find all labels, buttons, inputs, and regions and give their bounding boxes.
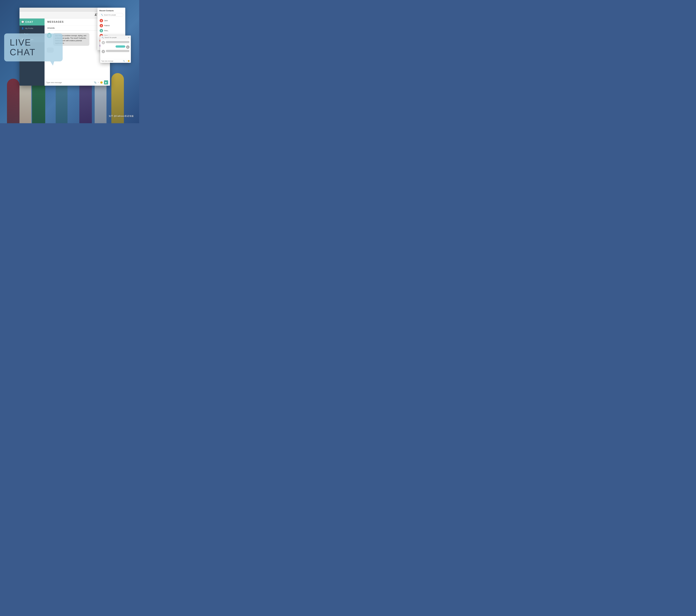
popup-emoji-icon[interactable]: 😊 [128, 60, 130, 62]
popup-messages [100, 40, 131, 59]
svg-point-6 [101, 30, 102, 31]
sidebar-logo: 💬 CHAT [19, 18, 45, 26]
contacts-title: Recent Contacts [99, 10, 123, 12]
contact-name-jane: Jane [104, 20, 108, 21]
popup-bubble-right [115, 45, 125, 48]
svg-point-4 [101, 20, 102, 21]
chat-popup: 🔍 ✕ 📎 + 😊 [100, 35, 131, 63]
popup-avatar-1 [101, 41, 105, 44]
send-button[interactable]: ▶ [104, 80, 108, 84]
contacts-search-input[interactable] [104, 14, 122, 16]
add-icon[interactable]: + [98, 81, 99, 84]
contact-ama[interactable]: Ama... [99, 28, 123, 33]
popup-avatar-2 [101, 50, 105, 53]
bubble-shape: LIVE CHAT [4, 33, 63, 61]
contacts-search-icon: 🔍 [101, 14, 103, 16]
contact-name-ama: Ama... [104, 30, 109, 32]
popup-message-row-right [101, 45, 129, 49]
titlebar: ✕ [19, 7, 110, 12]
contact-avatar-jane [100, 19, 103, 22]
sidebar-item-profile[interactable]: 👤 My Profile [19, 26, 45, 31]
emoji-icon[interactable]: 😊 [100, 81, 103, 84]
contact-avatar-pattrick [100, 24, 103, 27]
contacts-search-bar[interactable]: 🔍 [99, 13, 123, 17]
svg-point-0 [95, 14, 96, 15]
live-chat-text: LIVE CHAT [10, 37, 57, 57]
chat-logo-icon: 💬 [21, 20, 24, 23]
watermark: 知乎 @Callnovo客诺海服 [109, 115, 133, 118]
contact-name-pattrick: Pattrick [104, 25, 110, 27]
svg-point-12 [103, 51, 104, 51]
popup-avatar-right [126, 45, 129, 49]
watermark-text: 知乎 @Callnovo客诺海服 [109, 115, 133, 117]
profile-icon: 👤 [21, 27, 24, 29]
chat-header: ! ! [19, 12, 110, 18]
popup-message-row-1 [101, 41, 129, 44]
svg-point-11 [127, 47, 128, 47]
svg-point-5 [101, 25, 102, 26]
contact-pattrick[interactable]: Pattrick [99, 23, 123, 28]
sidebar-item-profile-label: My Profile [25, 27, 33, 29]
popup-add-icon[interactable]: + [126, 60, 127, 62]
add-user-button[interactable] [94, 13, 97, 17]
message-input[interactable] [46, 81, 93, 83]
attachment-icon[interactable]: 📎 [94, 81, 97, 84]
popup-header: 🔍 ✕ [100, 35, 131, 40]
popup-bubble-1 [106, 41, 129, 43]
popup-attachment-icon[interactable]: 📎 [123, 60, 125, 62]
popup-close-button[interactable]: ✕ [128, 36, 129, 38]
popup-input-bar: 📎 + 😊 [100, 59, 131, 63]
popup-bubble-2 [106, 50, 129, 52]
popup-search-input[interactable] [105, 37, 124, 38]
popup-message-input[interactable] [101, 60, 122, 62]
live-chat-bubble: LIVE CHAT [4, 33, 63, 61]
svg-point-10 [103, 42, 104, 43]
popup-search-bar[interactable]: 🔍 [101, 36, 128, 38]
contact-jane[interactable]: Jane [99, 18, 123, 23]
sidebar-logo-text: CHAT [25, 21, 33, 23]
popup-search-icon: 🔍 [101, 36, 104, 38]
popup-message-row-2 [101, 50, 129, 53]
input-bar: 📎 + 😊 ▶ [45, 79, 110, 85]
contact-avatar-ama [100, 29, 103, 32]
